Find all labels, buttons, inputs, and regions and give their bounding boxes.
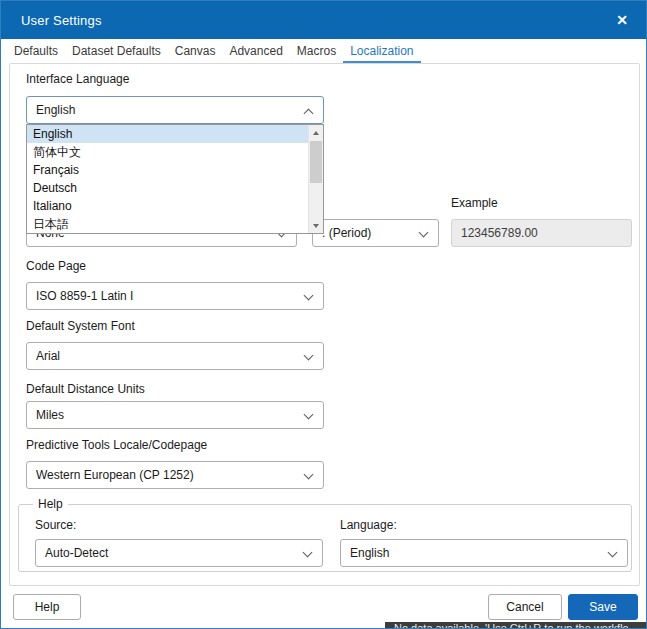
predictive-tools-locale-combobox[interactable]: Western European (CP 1252) — [26, 461, 324, 489]
chevron-down-icon — [304, 470, 314, 480]
tab-defaults[interactable]: Defaults — [7, 40, 65, 63]
dropdown-option-french[interactable]: Français — [27, 161, 308, 179]
user-settings-dialog: User Settings ✕ Defaults Dataset Default… — [0, 0, 647, 629]
scroll-down-icon[interactable] — [309, 218, 323, 233]
tab-bar: Defaults Dataset Defaults Canvas Advance… — [7, 39, 421, 63]
interface-language-dropdown-list: English 简体中文 Français Deutsch Italiano 日… — [26, 124, 324, 234]
help-source-label: Source: — [35, 518, 76, 532]
dropdown-option-german[interactable]: Deutsch — [27, 179, 308, 197]
scrollbar-thumb[interactable] — [310, 141, 322, 183]
predictive-tools-locale-label: Predictive Tools Locale/Codepage — [26, 438, 207, 452]
code-page-value: ISO 8859-1 Latin I — [36, 289, 133, 303]
localization-panel: Interface Language English English 简体中文 … — [9, 63, 640, 586]
dropdown-option-english[interactable]: English — [27, 125, 308, 143]
tab-macros[interactable]: Macros — [290, 40, 343, 63]
dropdown-option-simplified-chinese[interactable]: 简体中文 — [27, 143, 308, 161]
help-groupbox: Help Source: Auto-Detect Language: Engli… — [18, 504, 632, 572]
help-language-value: English — [350, 546, 389, 560]
chevron-down-icon — [304, 291, 314, 301]
help-source-value: Auto-Detect — [45, 546, 108, 560]
dropdown-scrollbar[interactable] — [308, 125, 323, 233]
chevron-down-icon — [303, 548, 313, 558]
help-group-legend: Help — [33, 497, 68, 511]
default-system-font-combobox[interactable]: Arial — [26, 342, 324, 370]
interface-language-combobox[interactable]: English — [26, 96, 324, 124]
interface-language-label: Interface Language — [26, 72, 129, 86]
close-icon[interactable]: ✕ — [616, 13, 628, 27]
interface-language-value: English — [36, 103, 75, 117]
default-system-font-label: Default System Font — [26, 319, 135, 333]
dropdown-options: English 简体中文 Français Deutsch Italiano 日… — [27, 125, 308, 233]
default-distance-units-combobox[interactable]: Miles — [26, 401, 324, 429]
example-field: 123456789.00 — [451, 219, 632, 247]
default-distance-units-value: Miles — [36, 408, 64, 422]
chevron-down-icon — [304, 410, 314, 420]
example-value: 123456789.00 — [461, 226, 538, 240]
help-language-label: Language: — [340, 518, 397, 532]
chevron-down-icon — [419, 228, 429, 238]
scroll-up-icon[interactable] — [309, 125, 323, 140]
chevron-down-icon — [608, 548, 618, 558]
save-button[interactable]: Save — [568, 594, 638, 620]
tab-advanced[interactable]: Advanced — [222, 40, 289, 63]
status-strip: No data available. 'Use Ctrl+R to run th… — [385, 622, 647, 629]
code-page-combobox[interactable]: ISO 8859-1 Latin I — [26, 282, 324, 310]
dropdown-option-italian[interactable]: Italiano — [27, 197, 308, 215]
chevron-up-icon — [304, 109, 314, 119]
titlebar: User Settings ✕ — [1, 1, 646, 39]
tab-localization[interactable]: Localization — [343, 40, 420, 63]
cancel-button[interactable]: Cancel — [488, 594, 562, 620]
example-label: Example — [451, 196, 498, 210]
combobox-period[interactable]: . (Period) — [312, 219, 439, 247]
default-distance-units-label: Default Distance Units — [26, 382, 145, 396]
chevron-down-icon — [304, 351, 314, 361]
predictive-tools-locale-value: Western European (CP 1252) — [36, 468, 194, 482]
code-page-label: Code Page — [26, 259, 86, 273]
tab-dataset-defaults[interactable]: Dataset Defaults — [65, 40, 168, 63]
help-button[interactable]: Help — [13, 594, 81, 620]
status-text: No data available. 'Use Ctrl+R to run th… — [385, 622, 647, 629]
default-system-font-value: Arial — [36, 349, 60, 363]
window-title: User Settings — [21, 13, 102, 28]
help-language-combobox[interactable]: English — [340, 539, 628, 567]
help-source-combobox[interactable]: Auto-Detect — [35, 539, 323, 567]
dropdown-option-japanese[interactable]: 日本語 — [27, 215, 308, 233]
combobox-period-value: . (Period) — [322, 226, 371, 240]
tab-canvas[interactable]: Canvas — [168, 40, 223, 63]
